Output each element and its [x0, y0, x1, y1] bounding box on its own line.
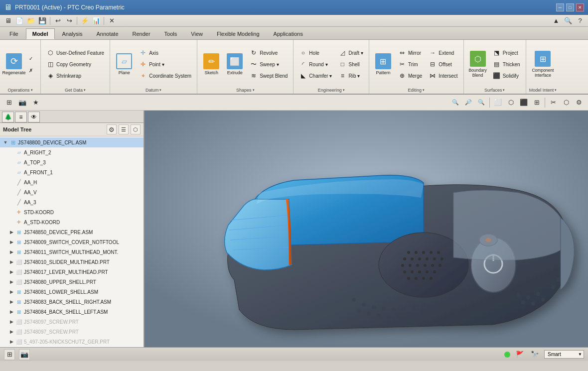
operations-label[interactable]: Operations ▾: [7, 88, 32, 93]
editing-label[interactable]: Editing ▾: [408, 88, 425, 93]
intersect-btn[interactable]: ⋈ Intersect: [426, 70, 460, 81]
tree-item-10[interactable]: ▶ ⊞ JS748009_SWITCH_COVER_NOTFTOOL: [0, 237, 144, 247]
tree-item-17[interactable]: ▶ ⊞ JS748084_BACK_SHELL_LEFT.ASM: [0, 307, 144, 317]
status-flag-btn[interactable]: 🚩: [514, 349, 525, 360]
smart-select[interactable]: Smart Geometry Feature Part: [544, 350, 584, 359]
pattern-btn[interactable]: ⊞ Pattern: [372, 47, 394, 82]
engineering-label[interactable]: Engineering ▾: [318, 88, 345, 93]
tree-item-14[interactable]: ▶ ⬜ JS748080_UPPER_SHELL.PRT: [0, 277, 144, 287]
tree-item-9[interactable]: ▶ ⊞ JS748850_DEVICE_PRE.ASM: [0, 227, 144, 237]
view-box-btn[interactable]: ⬛: [518, 97, 530, 109]
exp-11[interactable]: ▶: [8, 249, 15, 254]
shapes-label[interactable]: Shapes ▾: [236, 88, 255, 93]
zoom-fit-btn[interactable]: 🔍: [449, 97, 461, 109]
tree-item-5[interactable]: ╱ AA_V: [0, 187, 144, 197]
exp-16[interactable]: ▶: [8, 299, 15, 304]
tree-item-13[interactable]: ▶ ⬜ JS748017_LEVER_MULTIHEAD.PRT: [0, 267, 144, 277]
status-binoculars-btn[interactable]: 🔭: [529, 349, 540, 360]
merge-btn[interactable]: ⊕ Merge: [396, 70, 425, 81]
tab-tools[interactable]: Tools: [158, 28, 184, 39]
round-btn[interactable]: ◜ Round ▾: [296, 59, 334, 70]
revolve-btn[interactable]: ↻ Revolve: [247, 47, 290, 58]
tree-item-4[interactable]: ╱ AA_H: [0, 177, 144, 187]
sub-grid-btn[interactable]: ⊞: [3, 97, 15, 109]
tab-model[interactable]: Model: [26, 28, 55, 39]
tab-applications[interactable]: Applications: [267, 28, 309, 39]
exp-10[interactable]: ▶: [8, 240, 15, 245]
qa-search-btn[interactable]: 🔍: [563, 16, 573, 26]
exp-20[interactable]: ▶: [8, 339, 15, 344]
solidify-btn[interactable]: ⬛ Solidify: [490, 70, 523, 81]
shrinkwrap-btn[interactable]: ◈ Shrinkwrap: [44, 70, 107, 81]
tree-filter-btn[interactable]: ⬡: [131, 124, 141, 134]
model-intent-label[interactable]: Model Intent ▾: [529, 88, 557, 93]
tree-item-19[interactable]: ▶ ⬜ JS748097_SCREW.PRT: [0, 327, 144, 337]
get-data-label[interactable]: Get Data ▾: [65, 88, 86, 93]
exp-12[interactable]: ▶: [8, 259, 15, 264]
datum-label[interactable]: Datum ▾: [146, 88, 162, 93]
tree-item-16[interactable]: ▶ ⊞ JS748083_BACK_SHELL_RIGHT.ASM: [0, 297, 144, 307]
viewport[interactable]: [145, 111, 588, 347]
qa-undo-btn[interactable]: ↩: [53, 16, 63, 26]
rib-btn[interactable]: ≡ Rib ▾: [336, 70, 365, 81]
view-hex-btn[interactable]: ⬡: [505, 97, 517, 109]
sub-star-btn[interactable]: ★: [30, 97, 42, 109]
qa-help-btn[interactable]: ?: [575, 16, 585, 26]
tree-item-2[interactable]: ▱ A_TOP_3: [0, 157, 144, 167]
panel-tab-tree[interactable]: 🌲: [2, 112, 14, 123]
exp-9[interactable]: ▶: [8, 230, 15, 235]
component-interface-btn[interactable]: ⊞ ComponentInterface: [532, 47, 554, 82]
extrude-btn[interactable]: ⬜ Extrude: [224, 47, 246, 82]
tab-flexible-modeling[interactable]: Flexible Modeling: [210, 28, 266, 39]
draft-btn[interactable]: ◿ Draft ▾: [336, 47, 365, 58]
close-btn[interactable]: ✕: [576, 3, 584, 11]
view-rect-btn[interactable]: ⬜: [492, 97, 504, 109]
tree-item-11[interactable]: ▶ ⊞ JS748011_SWITCH_MULTIHEAD_MONT.: [0, 247, 144, 257]
project-btn[interactable]: ⬔ Project: [490, 47, 523, 58]
plane-btn[interactable]: ▱ Plane: [113, 47, 135, 82]
extend-btn[interactable]: → Extend: [426, 47, 460, 58]
chamfer-btn[interactable]: ◣ Chamfer ▾: [296, 70, 334, 81]
view-grid-btn[interactable]: ⊞: [531, 97, 543, 109]
qa-new-btn[interactable]: 📄: [14, 16, 24, 26]
qa-flash-btn[interactable]: ⚡: [80, 16, 90, 26]
tree-root-expand[interactable]: ▼: [2, 140, 9, 145]
panel-tab-preview[interactable]: 👁: [28, 112, 40, 123]
user-defined-feature-btn[interactable]: ⬡ User-Defined Feature: [44, 47, 107, 58]
qa-close-btn[interactable]: ✕: [107, 16, 117, 26]
exp-18[interactable]: ▶: [8, 319, 15, 324]
exp-19[interactable]: ▶: [8, 329, 15, 334]
tree-item-6[interactable]: ╱ AA_3: [0, 197, 144, 207]
smart-select-wrapper[interactable]: Smart Geometry Feature Part ▼: [544, 350, 584, 359]
tab-annotate[interactable]: Annotate: [90, 28, 125, 39]
point-btn[interactable]: ✛ Point ▾: [137, 59, 194, 70]
copy-geometry-btn[interactable]: ◫ Copy Geometry: [44, 59, 107, 70]
qa-up-btn[interactable]: ▲: [551, 16, 561, 26]
mirror-btn[interactable]: ⇔ Mirror: [396, 47, 425, 58]
tree-item-8[interactable]: ✛ A_STD-KOORD: [0, 217, 144, 227]
view-settings-btn[interactable]: ⚙: [573, 97, 585, 109]
exp-13[interactable]: ▶: [8, 269, 15, 274]
sketch-btn[interactable]: ✏ Sketch: [200, 47, 222, 82]
sub-camera-btn[interactable]: 📷: [16, 97, 28, 109]
tree-item-15[interactable]: ▶ ⊞ JS748081_LOWER_SHELL.ASM: [0, 287, 144, 297]
qa-open-btn[interactable]: 📁: [26, 16, 36, 26]
exp-17[interactable]: ▶: [8, 309, 15, 314]
boundary-blend-btn[interactable]: ⬡ BoundaryBlend: [467, 47, 489, 82]
exp-14[interactable]: ▶: [8, 279, 15, 284]
btn-small-1[interactable]: ✓: [26, 53, 37, 64]
status-camera-btn[interactable]: 📷: [19, 349, 30, 360]
trim-btn[interactable]: ✂ Trim: [396, 59, 425, 70]
zoom-in-btn[interactable]: 🔎: [462, 97, 474, 109]
status-grid-btn[interactable]: ⊞: [4, 349, 15, 360]
tree-column-btn[interactable]: ☰: [119, 124, 129, 134]
tab-analysis[interactable]: Analysis: [56, 28, 89, 39]
tree-item-1[interactable]: ▱ A_RIGHT_2: [0, 147, 144, 157]
qa-save-btn[interactable]: 💾: [37, 16, 47, 26]
sweep-btn[interactable]: 〜 Sweep ▾: [247, 59, 290, 70]
tree-item-12[interactable]: ▶ ⬜ JS748010_SLIDER_MULTIHEAD.PRT: [0, 257, 144, 267]
view-cut-btn[interactable]: ✂: [547, 97, 559, 109]
regenerate-btn[interactable]: ⟳ Regenerate: [3, 47, 25, 82]
window-controls[interactable]: ─ □ ✕: [556, 3, 584, 11]
thicken-btn[interactable]: ▤ Thicken: [490, 59, 523, 70]
